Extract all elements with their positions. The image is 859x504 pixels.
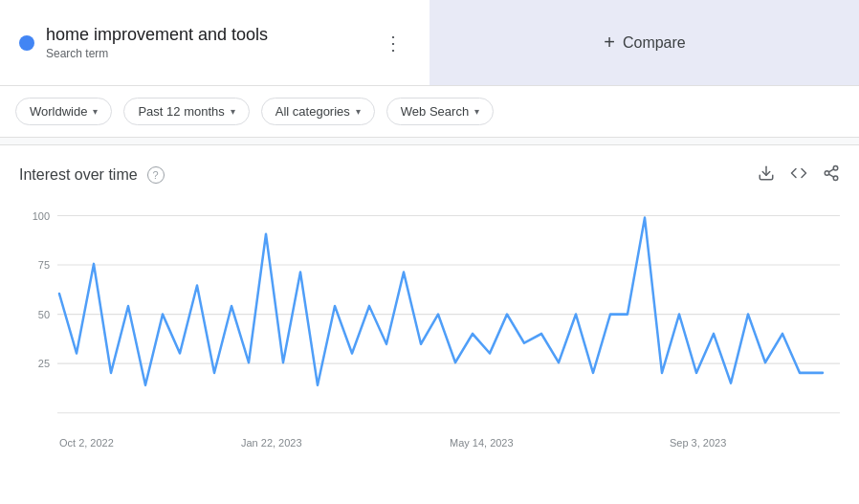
time-chevron-icon: ▾: [231, 106, 235, 117]
svg-line-5: [828, 169, 833, 172]
svg-text:75: 75: [38, 259, 50, 271]
search-type-chevron-icon: ▾: [474, 106, 479, 117]
category-filter[interactable]: All categories ▾: [261, 98, 375, 125]
svg-text:Sep 3, 2023: Sep 3, 2023: [670, 437, 726, 449]
search-term-panel: home improvement and tools Search term ⋮: [0, 0, 430, 85]
chart-container: 100 75 50 25 Oct 2, 2022 Jan 22, 2023 Ma…: [19, 195, 840, 472]
svg-text:25: 25: [38, 358, 50, 369]
time-filter[interactable]: Past 12 months ▾: [123, 98, 249, 125]
search-term-subtitle: Search term: [46, 47, 268, 60]
location-filter[interactable]: Worldwide ▾: [15, 98, 112, 125]
download-button[interactable]: [758, 164, 775, 186]
chart-section: Interest over time ?: [0, 145, 859, 472]
svg-text:100: 100: [33, 209, 50, 221]
search-type-filter-label: Web Search: [401, 104, 469, 119]
chart-title: Interest over time: [19, 166, 138, 184]
embed-button[interactable]: [790, 164, 807, 186]
search-term-title: home improvement and tools: [46, 25, 268, 45]
section-divider: [0, 138, 859, 145]
more-button[interactable]: ⋮: [376, 28, 410, 58]
download-icon: [758, 164, 775, 182]
time-filter-label: Past 12 months: [138, 104, 224, 119]
compare-button[interactable]: + Compare: [604, 32, 686, 54]
info-icon[interactable]: ?: [147, 166, 165, 184]
svg-text:50: 50: [38, 309, 50, 320]
category-filter-label: All categories: [275, 104, 350, 119]
trend-chart: 100 75 50 25 Oct 2, 2022 Jan 22, 2023 Ma…: [19, 195, 840, 472]
svg-text:Oct 2, 2022: Oct 2, 2022: [59, 437, 114, 449]
location-chevron-icon: ▾: [93, 106, 98, 117]
svg-text:May 14, 2023: May 14, 2023: [450, 437, 514, 449]
header-area: home improvement and tools Search term ⋮…: [0, 0, 859, 86]
category-chevron-icon: ▾: [356, 106, 361, 117]
search-term-text: home improvement and tools Search term: [46, 25, 268, 60]
search-dot: [19, 35, 34, 51]
chart-actions: [758, 164, 840, 186]
location-filter-label: Worldwide: [30, 104, 87, 119]
compare-panel[interactable]: + Compare: [430, 0, 859, 85]
trend-line: [59, 218, 823, 385]
svg-line-4: [828, 174, 833, 177]
filters-row: Worldwide ▾ Past 12 months ▾ All categor…: [0, 86, 859, 138]
share-button[interactable]: [823, 164, 840, 186]
search-type-filter[interactable]: Web Search ▾: [386, 98, 494, 125]
compare-label: Compare: [623, 34, 686, 52]
share-icon: [823, 164, 840, 182]
svg-text:Jan 22, 2023: Jan 22, 2023: [241, 437, 302, 449]
chart-title-group: Interest over time ?: [19, 166, 165, 184]
chart-header: Interest over time ?: [19, 145, 840, 195]
compare-plus-icon: +: [604, 32, 615, 54]
embed-icon: [790, 164, 807, 182]
